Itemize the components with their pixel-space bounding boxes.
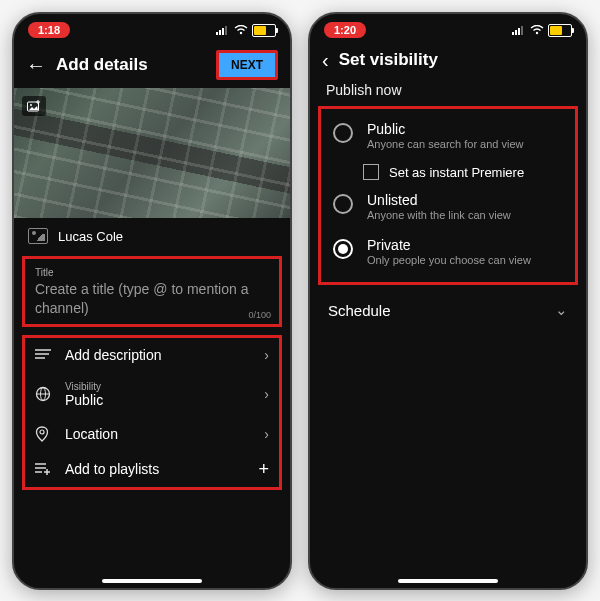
publish-now-label: Publish now <box>310 78 586 106</box>
instant-premiere-row[interactable]: Set as instant Premiere <box>327 158 569 184</box>
location-pin-icon <box>35 426 53 442</box>
change-thumbnail-icon[interactable] <box>22 96 46 116</box>
svg-rect-3 <box>225 26 227 35</box>
svg-rect-22 <box>521 26 523 35</box>
nav-header: ‹ Set visibility <box>310 42 586 78</box>
svg-rect-20 <box>515 30 517 35</box>
chevron-right-icon: › <box>264 426 269 442</box>
playlists-row[interactable]: Add to playlists + <box>25 451 279 487</box>
private-label: Private <box>367 237 531 253</box>
options-highlight: Add description › Visibility Public › Lo… <box>22 335 282 490</box>
unlisted-label: Unlisted <box>367 192 511 208</box>
plus-icon: + <box>258 460 269 478</box>
public-desc: Anyone can search for and view <box>367 138 524 150</box>
svg-point-6 <box>30 104 32 106</box>
phone-add-details: 1:18 ← Add details NEXT Lucas Cole Title… <box>12 12 292 590</box>
private-desc: Only people you choose can view <box>367 254 531 266</box>
status-time: 1:18 <box>28 22 70 38</box>
title-label: Title <box>35 267 269 278</box>
visibility-private-row[interactable]: Private Only people you choose can view <box>327 229 569 274</box>
chevron-right-icon: › <box>264 386 269 402</box>
home-indicator[interactable] <box>102 579 202 583</box>
video-thumbnail[interactable] <box>14 88 290 218</box>
status-bar: 1:18 <box>14 14 290 42</box>
battery-icon <box>548 24 572 37</box>
title-input[interactable]: Title Create a title (type @ to mention … <box>25 259 279 324</box>
playlist-add-icon <box>35 462 53 476</box>
instant-premiere-label: Set as instant Premiere <box>389 165 524 180</box>
svg-rect-21 <box>518 28 520 35</box>
home-indicator[interactable] <box>398 579 498 583</box>
location-row[interactable]: Location › <box>25 417 279 451</box>
svg-rect-0 <box>216 32 218 35</box>
signal-icon <box>216 25 230 35</box>
svg-point-13 <box>40 430 44 434</box>
svg-point-23 <box>536 32 538 34</box>
unlisted-desc: Anyone with the link can view <box>367 209 511 221</box>
battery-icon <box>252 24 276 37</box>
playlists-label: Add to playlists <box>65 461 246 477</box>
svg-point-4 <box>240 32 242 34</box>
wifi-icon <box>530 25 544 35</box>
radio-icon[interactable] <box>333 123 353 143</box>
avatar-icon <box>28 228 48 244</box>
chevron-down-icon: ⌄ <box>555 301 568 319</box>
title-char-counter: 0/100 <box>248 310 271 320</box>
globe-icon <box>35 386 53 402</box>
schedule-label: Schedule <box>328 302 391 319</box>
svg-rect-19 <box>512 32 514 35</box>
svg-rect-1 <box>219 30 221 35</box>
visibility-row[interactable]: Visibility Public › <box>25 372 279 417</box>
checkbox-icon[interactable] <box>363 164 379 180</box>
back-arrow-icon[interactable]: ← <box>26 55 46 75</box>
status-right <box>512 24 572 37</box>
visibility-value: Public <box>65 392 252 408</box>
add-description-row[interactable]: Add description › <box>25 338 279 372</box>
title-input-highlight: Title Create a title (type @ to mention … <box>22 256 282 327</box>
status-time: 1:20 <box>324 22 366 38</box>
schedule-row[interactable]: Schedule ⌄ <box>310 285 586 335</box>
add-description-label: Add description <box>65 347 252 363</box>
phone-set-visibility: 1:20 ‹ Set visibility Publish now Public… <box>308 12 588 590</box>
status-bar: 1:20 <box>310 14 586 42</box>
wifi-icon <box>234 25 248 35</box>
public-label: Public <box>367 121 524 137</box>
channel-row: Lucas Cole <box>14 218 290 254</box>
location-label: Location <box>65 426 252 442</box>
radio-icon[interactable] <box>333 194 353 214</box>
visibility-public-row[interactable]: Public Anyone can search for and view <box>327 113 569 158</box>
visibility-options-highlight: Public Anyone can search for and view Se… <box>318 106 578 285</box>
next-button[interactable]: NEXT <box>216 50 278 80</box>
description-icon <box>35 349 53 361</box>
nav-header: ← Add details NEXT <box>14 42 290 88</box>
chevron-right-icon: › <box>264 347 269 363</box>
signal-icon <box>512 25 526 35</box>
page-title: Add details <box>56 55 206 75</box>
back-chevron-icon[interactable]: ‹ <box>322 50 329 70</box>
radio-selected-icon[interactable] <box>333 239 353 259</box>
visibility-unlisted-row[interactable]: Unlisted Anyone with the link can view <box>327 184 569 229</box>
svg-rect-2 <box>222 28 224 35</box>
channel-name: Lucas Cole <box>58 229 123 244</box>
status-right <box>216 24 276 37</box>
title-placeholder: Create a title (type @ to mention a chan… <box>35 280 269 318</box>
visibility-small-label: Visibility <box>65 381 252 392</box>
page-title: Set visibility <box>339 50 574 70</box>
